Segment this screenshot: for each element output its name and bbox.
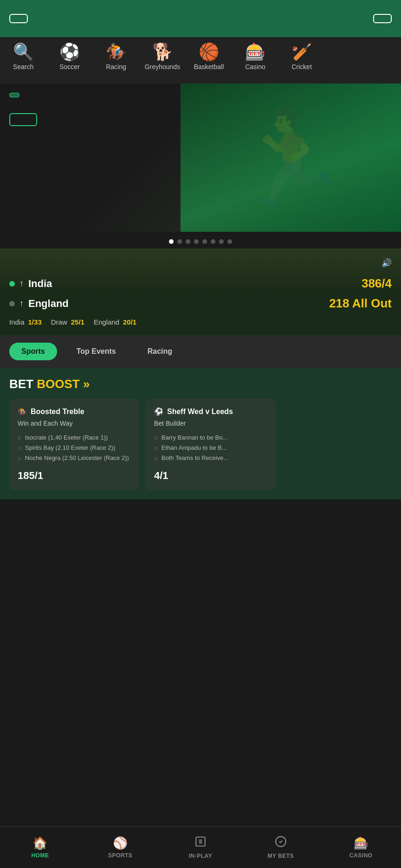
team-info-england: ↑ England [9, 298, 69, 310]
bottom-nav-my-bets[interactable]: MY BETS [240, 827, 321, 868]
card-header-0: 🏇 Boosted Treble [18, 407, 131, 416]
odds-team-england: England [94, 318, 119, 326]
casino-label: Casino [245, 63, 265, 70]
greyhounds-label: Greyhounds [145, 63, 180, 70]
bet-boost-section: BET BOOST » 🏇 Boosted Treble Win and Eac… [0, 368, 401, 499]
odds-value-india: 1/33 [28, 318, 42, 326]
nav-item-racing[interactable]: 🏇 Racing [93, 42, 139, 79]
my-bets-nav-icon [275, 836, 287, 851]
bottom-nav-casino[interactable]: 🎰 CASINO [321, 827, 401, 868]
odds-value-draw: 25/1 [71, 318, 84, 326]
casino-nav-icon: 🎰 [354, 836, 369, 850]
in-play-nav-icon [194, 836, 207, 851]
boost-cards-row: 🏇 Boosted Treble Win and Each Way Isocra… [9, 399, 392, 495]
team-row-india: ↑ India 386/4 [9, 276, 392, 291]
nav-item-cricket[interactable]: 🏏 Cricket [278, 42, 325, 79]
odds-draw[interactable]: Draw 25/1 [51, 318, 84, 326]
search-icon: 🔍 [13, 44, 34, 60]
casino-nav-label: CASINO [349, 852, 373, 859]
team-score-india: 386/4 [362, 276, 392, 291]
carousel-dot-1[interactable] [177, 239, 182, 244]
card-icon-1: ⚽ [154, 407, 163, 416]
team-indicator-england [9, 301, 15, 306]
join-now-button[interactable] [9, 113, 37, 126]
match-odds: India 1/33 Draw 25/1 England 20/1 [9, 318, 392, 326]
team-row-england: ↑ England 218 All Out [9, 296, 392, 311]
carousel-dot-3[interactable] [194, 239, 199, 244]
carousel-dots [0, 232, 401, 249]
odds-team-draw: Draw [51, 318, 67, 326]
sound-icon: 🔊 [382, 258, 392, 268]
nav-icons-bar: 🔍 Search ⚽ Soccer 🏇 Racing 🐕 Greyhounds … [0, 37, 401, 83]
sports-nav-label: SPORTS [108, 852, 132, 859]
carousel-dot-7[interactable] [227, 239, 232, 244]
basketball-icon: 🏀 [199, 44, 220, 60]
carousel-dot-0[interactable] [169, 239, 174, 244]
greyhounds-icon: 🐕 [152, 44, 173, 60]
basketball-label: Basketball [194, 63, 224, 70]
promo-banner: 🏃 [0, 83, 401, 232]
team-arrow-england: ↑ [19, 299, 24, 308]
search-label: Search [13, 63, 33, 70]
carousel-dot-4[interactable] [202, 239, 207, 244]
tab-top-events[interactable]: Top Events [65, 343, 128, 360]
odds-value-england: 20/1 [123, 318, 136, 326]
cricket-label: Cricket [291, 63, 312, 70]
bottom-nav: 🏠 HOME ⚾ SPORTS IN-PLAY MY BETS 🎰 CASINO [0, 826, 401, 868]
nav-item-basketball[interactable]: 🏀 Basketball [186, 42, 232, 79]
bottom-nav-in-play[interactable]: IN-PLAY [161, 827, 241, 868]
login-button[interactable] [373, 14, 392, 23]
carousel-dot-2[interactable] [186, 239, 190, 244]
nav-item-soccer[interactable]: ⚽ Soccer [46, 42, 93, 79]
nav-item-search[interactable]: 🔍 Search [0, 42, 46, 79]
team-arrow-india: ↑ [19, 279, 24, 288]
card-item: Both Teams to Receive... [154, 453, 267, 463]
soccer-label: Soccer [59, 63, 80, 70]
bottom-nav-sports[interactable]: ⚾ SPORTS [80, 827, 161, 868]
tab-sports[interactable]: Sports [9, 343, 57, 360]
soccer-icon: ⚽ [59, 44, 80, 60]
racing-icon: 🏇 [106, 44, 127, 60]
live-badge: 🔊 [379, 258, 392, 268]
card-items-1: Barry Bannan to be Bo... Ethan Ampadu to… [154, 433, 267, 463]
header [0, 0, 401, 37]
card-subtitle-1: Bet Builder [154, 420, 267, 427]
cricket-icon: 🏏 [291, 44, 312, 60]
card-title-0: Boosted Treble [31, 408, 84, 416]
tab-racing[interactable]: Racing [136, 343, 184, 360]
card-item: Isocrate (1.40 Exeter (Race 1)) [18, 433, 131, 443]
carousel-dot-6[interactable] [219, 239, 224, 244]
promo-content [9, 93, 392, 134]
boost-card-1[interactable]: ⚽ Sheff Wed v Leeds Bet Builder Barry Ba… [146, 399, 276, 490]
odds-team-india: India [9, 318, 25, 326]
new-customer-badge [9, 93, 19, 97]
team-info-india: ↑ India [9, 278, 52, 290]
home-nav-label: HOME [31, 852, 49, 859]
bottom-nav-home[interactable]: 🏠 HOME [0, 827, 80, 868]
card-items-0: Isocrate (1.40 Exeter (Race 1)) Spirits … [18, 433, 131, 463]
boost-label: BOOST [37, 377, 79, 391]
carousel-dot-5[interactable] [211, 239, 215, 244]
nav-item-greyhounds[interactable]: 🐕 Greyhounds [139, 42, 186, 79]
team-score-england: 218 All Out [329, 296, 392, 311]
tabs-row: SportsTop EventsRacing [9, 343, 392, 360]
my-bets-nav-label: MY BETS [267, 853, 294, 859]
offers-button[interactable] [9, 14, 28, 23]
card-price-1: 4/1 [154, 470, 267, 482]
racing-label: Racing [106, 63, 126, 70]
card-price-0: 185/1 [18, 470, 131, 482]
card-item: Barry Bannan to be Bo... [154, 433, 267, 443]
in-play-nav-label: IN-PLAY [189, 853, 212, 859]
odds-india[interactable]: India 1/33 [9, 318, 42, 326]
bet-label: BET [9, 377, 37, 391]
team-indicator-india [9, 281, 15, 287]
team-name-india: India [28, 278, 52, 290]
card-item: Noche Negra (2.50 Leicester (Race 2)) [18, 453, 131, 463]
live-match-section: 🔊 ↑ India 386/4 ↑ England 218 All Out In… [0, 249, 401, 335]
boost-card-0[interactable]: 🏇 Boosted Treble Win and Each Way Isocra… [9, 399, 139, 490]
nav-item-casino[interactable]: 🎰 Casino [232, 42, 278, 79]
card-item: Spirits Bay (2.10 Exeter (Race 2)) [18, 443, 131, 453]
odds-england[interactable]: England 20/1 [94, 318, 136, 326]
team-name-england: England [28, 298, 69, 310]
casino-icon: 🎰 [245, 44, 266, 60]
